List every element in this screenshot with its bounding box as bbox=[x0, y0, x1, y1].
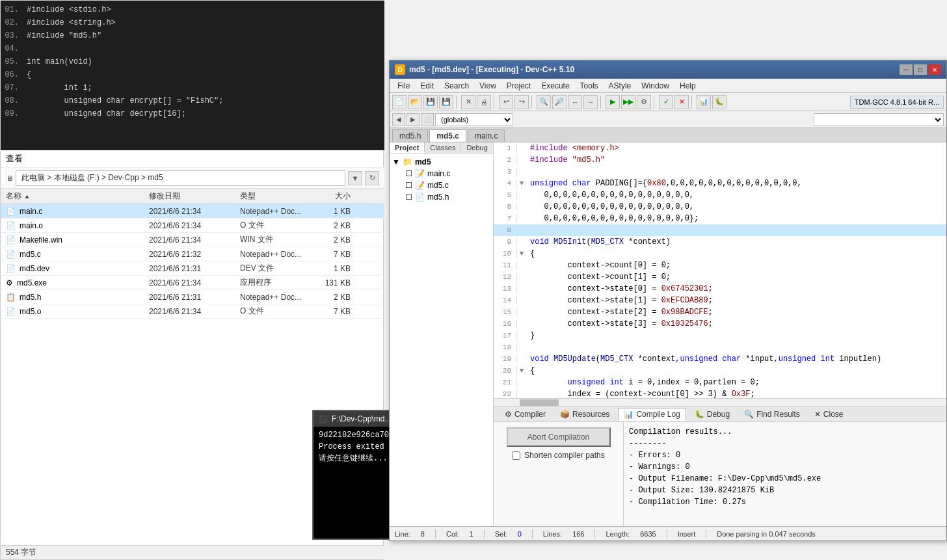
menu-item-execute[interactable]: Execute bbox=[536, 79, 574, 92]
menu-item-view[interactable]: View bbox=[474, 79, 501, 92]
status-length-label: Length: bbox=[606, 530, 630, 538]
panel-tab-classes[interactable]: Classes bbox=[425, 142, 461, 153]
tb-undo[interactable]: ↩ bbox=[499, 95, 513, 109]
address-dropdown-btn[interactable]: ▼ bbox=[348, 171, 362, 185]
file-item-icon: 📄 bbox=[6, 307, 16, 316]
fold-indicator[interactable]: ▼ bbox=[517, 180, 526, 187]
menu-item-search[interactable]: Search bbox=[439, 79, 474, 92]
tb-saveall[interactable]: 💾 bbox=[439, 95, 453, 109]
menu-item-tools[interactable]: Tools bbox=[575, 79, 604, 92]
tb-find[interactable]: 🔍 bbox=[537, 95, 551, 109]
tb-redo[interactable]: ↪ bbox=[514, 95, 529, 109]
col-size-header[interactable]: 大小 bbox=[305, 191, 351, 202]
file-row[interactable]: 📄main.c 2021/6/6 21:34 Notepad++ Doc... … bbox=[1, 204, 384, 219]
tb-close[interactable]: ✕ bbox=[461, 95, 475, 109]
hscrollbar-thumb[interactable] bbox=[520, 399, 559, 406]
tb-compilerun[interactable]: ⚙ bbox=[637, 95, 651, 109]
tb-open[interactable]: 📂 bbox=[408, 95, 422, 109]
address-refresh-btn[interactable]: ↻ bbox=[365, 171, 379, 185]
bottom-tab-find-results[interactable]: 🔍 Find Results bbox=[738, 408, 806, 421]
shorten-paths-checkbox[interactable] bbox=[512, 451, 520, 460]
tb-new[interactable]: 📄 bbox=[392, 95, 407, 109]
menu-item-file[interactable]: File bbox=[392, 79, 415, 92]
file-row[interactable]: 📋md5.h 2021/6/6 21:31 Notepad++ Doc... 2… bbox=[1, 290, 384, 304]
menu-item-window[interactable]: Window bbox=[636, 79, 674, 92]
bottom-tab-close[interactable]: ✕ Close bbox=[808, 408, 849, 421]
compile-output-line: - Output Size: 130.82421875 KiB bbox=[629, 485, 941, 496]
file-row[interactable]: 📄main.o 2021/6/6 21:34 O 文件 2 KB bbox=[1, 219, 384, 233]
address-bar[interactable]: 🖥 此电脑 > 本地磁盘 (F:) > Dev-Cpp > md5 ▼ ↻ bbox=[1, 168, 384, 189]
tb2-back[interactable]: ◀ bbox=[392, 113, 405, 126]
tb2-mark[interactable]: ⬜ bbox=[421, 113, 434, 126]
tb-replace[interactable]: ↔ bbox=[568, 95, 582, 109]
file-row[interactable]: 📄Makefile.win 2021/6/6 21:34 WIN 文件 2 KB bbox=[1, 233, 384, 247]
col-type-header[interactable]: 类型 bbox=[240, 191, 305, 202]
bottom-tab-resources[interactable]: 📦 Resources bbox=[554, 408, 615, 421]
panel-tab-debug[interactable]: Debug bbox=[461, 142, 493, 153]
file-item-date: 2021/6/6 21:34 bbox=[149, 207, 240, 216]
fold-indicator[interactable]: ▼ bbox=[517, 250, 526, 258]
menu-item-project[interactable]: Project bbox=[501, 79, 536, 92]
menu-item-edit[interactable]: Edit bbox=[415, 79, 439, 92]
tree-item-mainc[interactable]: ☐📝main.c bbox=[392, 168, 490, 180]
shorten-paths-label[interactable]: Shorten compiler paths bbox=[512, 451, 604, 460]
tb-print[interactable]: 🖨 bbox=[477, 95, 491, 109]
toolbar1: 📄 📂 💾 💾 ✕ 🖨 ↩ ↪ 🔍 🔎 ↔ → ▶ ▶▶ ⚙ ✓ ✕ 📊 🐛 T… bbox=[390, 93, 946, 111]
maximize-button[interactable]: □ bbox=[914, 64, 927, 75]
tb2-fwd[interactable]: ▶ bbox=[407, 113, 420, 126]
tab-icon: 🔍 bbox=[744, 410, 754, 419]
tb-save[interactable]: 💾 bbox=[423, 95, 438, 109]
file-item-date: 2021/6/6 21:34 bbox=[149, 278, 240, 287]
tb-findnext[interactable]: 🔎 bbox=[552, 95, 567, 109]
line-content: #include "md5.h" bbox=[526, 155, 605, 165]
col-date-header[interactable]: 修改日期 bbox=[149, 191, 240, 202]
tb-compile[interactable]: ▶ bbox=[606, 95, 620, 109]
line-number: 1 bbox=[494, 144, 517, 152]
line-content: context->state[0] = 0x67452301; bbox=[526, 284, 713, 293]
close-button[interactable]: ✕ bbox=[928, 64, 941, 75]
bottom-tab-compiler[interactable]: ⚙ Compiler bbox=[499, 408, 552, 421]
panel-tab-project[interactable]: Project bbox=[390, 142, 425, 153]
scope-select[interactable]: (globals) bbox=[435, 113, 513, 126]
fold-indicator[interactable]: ▼ bbox=[517, 367, 526, 375]
file-tab-md5h[interactable]: md5.h bbox=[392, 129, 428, 142]
sort-arrow: ▲ bbox=[24, 193, 30, 200]
status-sep5 bbox=[667, 529, 667, 539]
tab-label: Compile Log bbox=[636, 410, 680, 419]
tb-stop[interactable]: ✕ bbox=[674, 95, 689, 109]
status-sep2 bbox=[484, 529, 485, 539]
code-scroll[interactable]: 1#include <memory.h>2#include "md5.h"34▼… bbox=[494, 142, 946, 398]
file-row[interactable]: 📄md5.dev 2021/6/6 21:31 DEV 文件 1 KB bbox=[1, 261, 384, 276]
address-path[interactable]: 此电脑 > 本地磁盘 (F:) > Dev-Cpp > md5 bbox=[16, 170, 345, 186]
tb-project[interactable]: 📊 bbox=[697, 95, 711, 109]
file-row[interactable]: ⚙md5.exe 2021/6/6 21:34 应用程序 131 KB bbox=[1, 276, 384, 290]
tb-run[interactable]: ▶▶ bbox=[621, 95, 635, 109]
tree-item-md5h[interactable]: ☐📄md5.h bbox=[392, 191, 490, 203]
status-insert: Insert bbox=[678, 530, 696, 538]
col-name-header[interactable]: 名称 ▲ bbox=[6, 191, 149, 202]
abort-compilation-button[interactable]: Abort Compilation bbox=[507, 427, 611, 447]
minimize-button[interactable]: ─ bbox=[900, 64, 913, 75]
tb-check[interactable]: ✓ bbox=[659, 95, 673, 109]
status-col-label: Col: bbox=[446, 530, 459, 538]
file-tab-md5c[interactable]: md5.c bbox=[429, 129, 466, 142]
horizontal-scrollbar[interactable] bbox=[494, 398, 946, 406]
tb-debug[interactable]: 🐛 bbox=[712, 95, 727, 109]
file-tab-mainc[interactable]: main.c bbox=[468, 129, 505, 142]
bottom-tab-debug[interactable]: 🐛 Debug bbox=[689, 408, 736, 421]
symbol-select[interactable] bbox=[814, 113, 944, 126]
tb-goto[interactable]: → bbox=[583, 95, 598, 109]
tree-item-md5c[interactable]: ☐📝md5.c bbox=[392, 180, 490, 191]
line-content: 0,0,0,0,0,0,0,0,0,0,0,0,0,0,0,0}; bbox=[526, 214, 699, 223]
bottom-tab-compile-log[interactable]: 📊 Compile Log bbox=[618, 408, 686, 421]
project-root[interactable]: ▼📁md5 bbox=[392, 156, 490, 168]
file-row[interactable]: 📄md5.c 2021/6/6 21:32 Notepad++ Doc... 7… bbox=[1, 247, 384, 261]
file-row[interactable]: 📄md5.o 2021/6/6 21:34 O 文件 7 KB bbox=[1, 304, 384, 319]
status-line-val: 8 bbox=[421, 530, 425, 538]
line-number: 19 bbox=[494, 355, 517, 363]
file-item-size: 131 KB bbox=[305, 278, 351, 287]
compiler-selector[interactable]: TDM-GCC 4.8.1 64-bit R... bbox=[850, 96, 944, 109]
menu-item-help[interactable]: Help bbox=[674, 79, 701, 92]
menu-item-astyle[interactable]: AStyle bbox=[604, 79, 637, 92]
file-item-date: 2021/6/6 21:31 bbox=[149, 264, 240, 273]
